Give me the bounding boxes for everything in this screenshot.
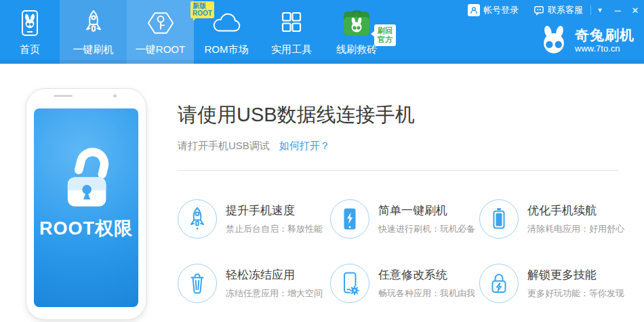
feature-desc: 冻结任意应用：增大空间	[226, 287, 323, 300]
nav-tab-flash[interactable]: 一键刷机	[60, 0, 127, 64]
close-button[interactable]: ✕	[626, 0, 644, 20]
phone-camera	[113, 94, 117, 98]
cloud-icon	[210, 5, 243, 41]
rocket-icon	[178, 199, 217, 239]
new-root-badge-line2: ROOT	[193, 10, 212, 18]
new-root-badge-line1: 新版	[193, 3, 212, 10]
back-to-official-badge-line1: 刷回	[378, 26, 393, 35]
feature-flash: 简单一键刷机 快速进行刷机：玩机必备	[330, 199, 479, 239]
feature-title: 提升手机速度	[226, 203, 323, 218]
back-to-official-badge: 刷回 官方	[374, 24, 396, 46]
nav-tab-rom[interactable]: 新版 ROOT ROM市场	[194, 0, 259, 64]
new-root-badge: 新版 ROOT	[190, 1, 214, 18]
nav-tab-home[interactable]: 首页	[0, 0, 60, 64]
feature-desc: 快速进行刷机：玩机必备	[378, 223, 475, 235]
nav-tab-flash-label: 一键刷机	[73, 43, 114, 56]
feature-battery: 优化手机续航 清除耗电应用：好用舒心	[479, 199, 618, 239]
page-title: 请使用USB数据线连接手机	[178, 102, 622, 129]
chevron-down-icon[interactable]: ▼	[591, 0, 609, 20]
chat-icon	[534, 5, 544, 16]
account-login-label: 帐号登录	[483, 4, 519, 16]
account-login-button[interactable]: 帐号登录	[460, 0, 526, 20]
phone-gear-icon	[330, 264, 369, 303]
feature-desc: 清除耗电应用：好用舒心	[527, 223, 624, 235]
hexagon-key-icon	[145, 5, 176, 41]
divider	[178, 170, 618, 171]
nav-tab-rescue-label: 线刷救砖	[336, 43, 377, 56]
rabbit-logo-icon	[538, 24, 569, 56]
brand-logo: 奇兔刷机 www.7to.cn	[538, 24, 635, 56]
phone-screen: ROOT权限	[34, 108, 138, 307]
feature-modify: 任意修改系统 畅玩各种应用：我机由我	[330, 264, 479, 303]
phone-illustration: ROOT权限	[26, 88, 146, 320]
contact-support-button[interactable]: 联系客服	[526, 0, 590, 20]
back-to-official-badge-line2: 官方	[378, 35, 393, 44]
brand-name: 奇兔刷机	[575, 27, 635, 43]
feature-speed: 提升手机速度 禁止后台自启：释放性能	[178, 199, 330, 239]
feature-title: 任意修改系统	[378, 267, 475, 283]
open-lock-icon	[46, 139, 126, 209]
rabbit-phone-icon	[15, 5, 45, 41]
nav-tab-tools[interactable]: 实用工具	[259, 0, 324, 64]
usb-debug-hint: 请打开手机USB调试	[178, 140, 270, 151]
nav-tab-rom-label: ROM市场	[205, 43, 249, 56]
trash-icon	[178, 264, 217, 303]
person-icon	[468, 4, 480, 16]
app-window: 首页 一键刷机	[0, 0, 644, 322]
nav-tab-rescue[interactable]: 刷回 官方 线刷救砖	[324, 0, 389, 64]
battery-icon	[479, 199, 519, 239]
phone-flash-icon	[330, 199, 369, 239]
feature-freeze: 轻松冻结应用 冻结任意应用：增大空间	[178, 264, 330, 303]
feature-desc: 畅玩各种应用：我机由我	[378, 287, 475, 300]
feature-title: 解锁更多技能	[527, 267, 624, 283]
grid-icon	[277, 5, 306, 41]
feature-title: 优化手机续航	[527, 203, 624, 218]
nav-tab-root[interactable]: 一键ROOT	[127, 0, 194, 64]
feature-desc: 更多好玩功能：等你发现	[527, 287, 624, 300]
nav-tab-root-label: 一键ROOT	[136, 43, 185, 56]
contact-support-label: 联系客服	[548, 4, 583, 16]
feature-title: 轻松冻结应用	[226, 267, 323, 283]
lock-flash-icon	[479, 264, 519, 303]
rescue-box-icon	[342, 5, 371, 41]
brand-url: www.7to.cn	[575, 43, 635, 54]
connect-panel: 请使用USB数据线连接手机 请打开手机USB调试如何打开？	[178, 64, 622, 303]
minimize-button[interactable]: ─	[609, 0, 626, 20]
top-navbar: 首页 一键刷机	[0, 0, 644, 64]
window-topbar-controls: 帐号登录 联系客服 ▼ ─ ✕	[460, 0, 644, 20]
how-to-open-link[interactable]: 如何打开？	[279, 140, 330, 151]
main-content: ROOT权限 请使用USB数据线连接手机 请打开手机USB调试如何打开？	[0, 64, 644, 322]
feature-grid: 提升手机速度 禁止后台自启：释放性能 简单一键刷机 快速进行	[178, 199, 622, 303]
feature-desc: 禁止后台自启：释放性能	[226, 223, 323, 235]
nav-tab-home-label: 首页	[20, 43, 40, 56]
rocket-icon	[79, 5, 108, 41]
phone-speaker	[54, 95, 73, 97]
root-permission-label: ROOT权限	[39, 216, 133, 241]
feature-unlock: 解锁更多技能 更多好玩功能：等你发现	[479, 264, 618, 303]
feature-title: 简单一键刷机	[378, 203, 475, 218]
nav-tab-tools-label: 实用工具	[271, 43, 312, 56]
